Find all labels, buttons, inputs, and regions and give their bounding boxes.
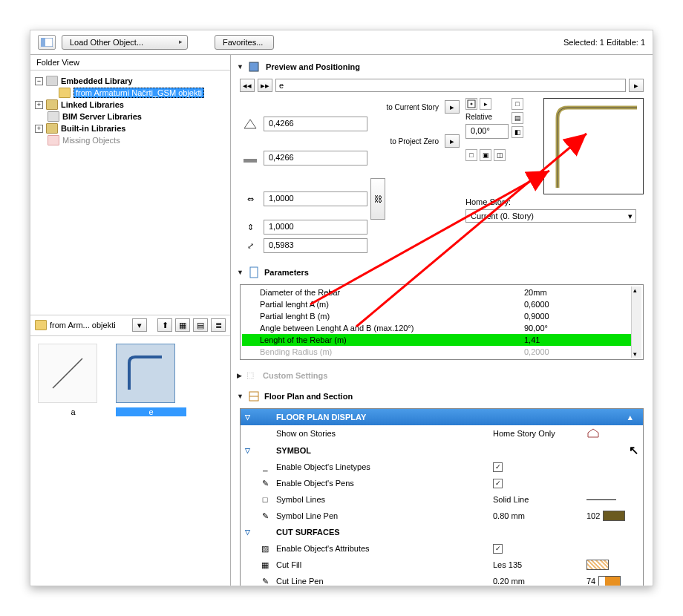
library-tree[interactable]: −Embedded Library from Armaturni Načrti_… bbox=[30, 71, 230, 315]
width-input[interactable]: 1,0000 bbox=[264, 191, 367, 206]
fps-item[interactable]: ▨Enable Object's Attributes✓ bbox=[241, 540, 643, 557]
angle-input[interactable]: 0,00° bbox=[465, 124, 509, 139]
tree-bim[interactable]: BIM Server Libraries bbox=[62, 112, 142, 121]
thumb-item[interactable]: a bbox=[38, 344, 108, 579]
folder-icon bbox=[35, 320, 47, 330]
height-input[interactable]: 1,0000 bbox=[264, 220, 367, 235]
checkbox[interactable]: ✓ bbox=[493, 544, 503, 554]
anchor-icon[interactable] bbox=[465, 98, 477, 110]
tree-embedded[interactable]: Embedded Library bbox=[61, 76, 133, 85]
expander-icon[interactable]: + bbox=[35, 125, 43, 133]
param-row[interactable]: Bending Radius (m)0,2000 bbox=[242, 346, 641, 358]
section-toggle[interactable]: ▼Preview and Positioning bbox=[237, 58, 647, 76]
tree-missing[interactable]: Missing Objects bbox=[62, 136, 120, 145]
preview-canvas[interactable] bbox=[543, 98, 644, 194]
height-icon: ⇕ bbox=[240, 219, 261, 235]
fps-item[interactable]: ✎Enable Object's Pens✓ bbox=[241, 475, 643, 491]
fps-group-header[interactable]: ▽FLOOR PLAN DISPLAY▴ bbox=[241, 409, 643, 425]
pen-swatch bbox=[603, 511, 625, 521]
view-icon[interactable]: ◧ bbox=[512, 126, 523, 138]
next-button[interactable]: ▸▸ bbox=[258, 79, 272, 92]
left-panel: Folder View −Embedded Library from Armat… bbox=[30, 55, 231, 586]
fps-item[interactable]: Show on StoriesHome Story Only bbox=[241, 425, 643, 442]
fill-icon: ▦ bbox=[258, 560, 272, 570]
section-toggle[interactable]: ▼Floor Plan and Section bbox=[237, 387, 647, 405]
thumb-item[interactable]: e bbox=[116, 344, 186, 579]
link-icon[interactable]: ⛓ bbox=[370, 178, 385, 220]
view-large-icon[interactable]: ▦ bbox=[175, 318, 190, 332]
view-icon[interactable]: ▤ bbox=[512, 112, 523, 124]
section-title: Parameters bbox=[264, 268, 309, 277]
param-value: 0,6000 bbox=[524, 300, 635, 309]
tree-selected-folder[interactable]: from Armaturni Načrti_GSM objekti bbox=[73, 88, 204, 98]
chevron-down-icon[interactable]: ▾ bbox=[132, 318, 147, 332]
thumb-browser: a e bbox=[30, 336, 230, 586]
svg-rect-3 bbox=[249, 62, 258, 71]
checkbox[interactable]: ✓ bbox=[493, 462, 503, 472]
param-row[interactable]: Partial lenght A (m)0,6000 bbox=[242, 298, 641, 310]
z-input-2[interactable]: 0,4266 bbox=[264, 151, 367, 166]
load-object-button[interactable]: Load Other Object... bbox=[62, 35, 188, 50]
svg-rect-7 bbox=[250, 267, 258, 278]
pen-icon: ✎ bbox=[258, 479, 272, 488]
layout-icon[interactable] bbox=[38, 35, 56, 50]
section-toggle[interactable]: ▼Parameters bbox=[237, 263, 647, 281]
preview-icon bbox=[248, 61, 261, 73]
checkbox[interactable]: ✓ bbox=[493, 479, 503, 488]
length-input[interactable]: 0,5983 bbox=[264, 238, 367, 253]
fps-item[interactable]: ▦Cut FillLes 135 bbox=[241, 557, 643, 573]
fps-item[interactable]: ⎯Enable Object's Linetypes✓ bbox=[241, 459, 643, 475]
fps-item[interactable]: □Symbol LinesSolid Line bbox=[241, 491, 643, 508]
param-row[interactable]: Diameter of the Rebar20mm bbox=[242, 286, 641, 298]
top-toolbar: Load Other Object... Favorites... Select… bbox=[30, 30, 653, 55]
tree-builtin[interactable]: Built-in Libraries bbox=[61, 124, 125, 133]
opt-icon[interactable]: □ bbox=[465, 149, 477, 161]
svg-point-6 bbox=[471, 103, 473, 105]
param-list[interactable]: Diameter of the Rebar20mmPartial lenght … bbox=[240, 284, 644, 360]
z-input-1[interactable]: 0,4266 bbox=[264, 117, 367, 131]
folder-view-label: Folder View bbox=[30, 55, 230, 71]
fps-group-header[interactable]: ▽CUT SURFACES bbox=[241, 524, 643, 540]
linked-icon bbox=[46, 99, 58, 110]
view-list-icon[interactable]: ≣ bbox=[211, 318, 226, 332]
right-panel: ▼Preview and Positioning ◂◂ ▸▸ e ▸ to Cu… bbox=[231, 55, 653, 586]
param-row[interactable]: Angle between Lenght A and B (max.120°)9… bbox=[242, 322, 641, 334]
param-row[interactable]: Lenght of the Rebar (m)1,41 bbox=[242, 334, 641, 346]
param-value: 0,9000 bbox=[524, 312, 635, 321]
fps-item[interactable]: ✎Cut Line Pen0.20 mm74 bbox=[241, 573, 643, 586]
fps-icon bbox=[248, 390, 260, 402]
fps-value: 0.20 mm bbox=[493, 577, 582, 586]
section-fps: ▼Floor Plan and Section ▽FLOOR PLAN DISP… bbox=[237, 387, 647, 586]
view-small-icon[interactable]: ▤ bbox=[193, 318, 208, 332]
fps-label: Enable Object's Attributes bbox=[276, 544, 488, 553]
fps-group-header[interactable]: ▽SYMBOL↖ bbox=[241, 442, 643, 459]
library-icon bbox=[46, 76, 58, 86]
selection-status: Selected: 1 Editable: 1 bbox=[563, 38, 645, 47]
thumb-label: a bbox=[38, 407, 108, 416]
expander-icon[interactable]: − bbox=[35, 77, 43, 85]
story-dropdown[interactable]: Current (0. Story) bbox=[465, 209, 636, 223]
opt-icon[interactable]: ◫ bbox=[494, 149, 506, 161]
fps-label: Symbol Lines bbox=[276, 495, 488, 504]
param-row[interactable]: Partial lenght B (m)0,9000 bbox=[242, 310, 641, 322]
play-button[interactable]: ▸ bbox=[629, 79, 644, 92]
scrollbar[interactable] bbox=[631, 286, 641, 358]
up-folder-icon[interactable]: ⬆ bbox=[157, 318, 172, 332]
fps-item[interactable]: ✎Symbol Line Pen0.80 mm102 bbox=[241, 508, 643, 524]
chevron-right-icon[interactable]: ▸ bbox=[480, 98, 491, 110]
section-toggle[interactable]: ▶⬚Custom Settings bbox=[237, 367, 647, 383]
fps-label: Show on Stories bbox=[276, 429, 488, 438]
tree-linked[interactable]: Linked Libraries bbox=[61, 100, 124, 109]
object-name-input[interactable]: e bbox=[275, 79, 626, 92]
prev-button[interactable]: ◂◂ bbox=[240, 79, 255, 92]
view-icon[interactable]: □ bbox=[512, 98, 523, 110]
expander-icon[interactable]: + bbox=[35, 101, 43, 109]
favorites-button[interactable]: Favorites... bbox=[215, 35, 274, 50]
fps-label: Enable Object's Linetypes bbox=[276, 462, 488, 471]
house-icon bbox=[586, 428, 600, 439]
params-icon bbox=[248, 266, 260, 278]
cursor-icon: ↖ bbox=[629, 443, 638, 457]
chevron-right-icon[interactable]: ▸ bbox=[445, 134, 460, 148]
opt-icon[interactable]: ▣ bbox=[480, 149, 491, 161]
chevron-right-icon[interactable]: ▸ bbox=[445, 100, 460, 114]
